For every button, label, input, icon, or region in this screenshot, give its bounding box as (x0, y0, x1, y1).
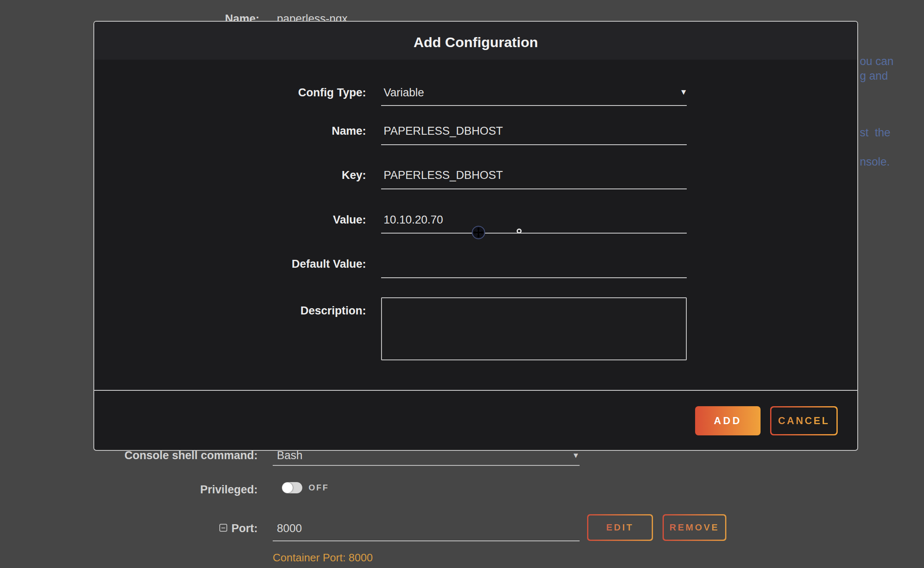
config-type-label: Config Type: (94, 86, 366, 99)
cancel-button[interactable]: CANCEL (770, 406, 838, 435)
dialog-title: Add Configuration (414, 31, 538, 50)
footer-separator (94, 390, 857, 391)
default-value-underline (381, 277, 687, 278)
move-cursor-icon (472, 226, 485, 239)
privileged-toggle[interactable] (282, 482, 302, 493)
add-button-label: ADD (714, 415, 742, 427)
privileged-label: Privileged: (125, 483, 258, 496)
console-shell-value[interactable]: Bash (277, 449, 303, 462)
console-shell-underline (273, 465, 580, 466)
description-textarea[interactable] (381, 297, 687, 360)
port-underline (273, 540, 580, 541)
config-type-dropdown-arrow[interactable]: ▼ (680, 88, 688, 97)
config-type-underline (381, 105, 687, 106)
config-type-select[interactable]: Variable (384, 86, 424, 99)
edit-button-label: EDIT (606, 522, 634, 533)
port-label: Port: (167, 522, 258, 535)
value-input[interactable]: 10.10.20.70 (384, 214, 443, 226)
container-port-text: Container Port: 8000 (273, 551, 373, 564)
bg-clipped-text-line: nsole. (860, 156, 890, 168)
console-shell-dropdown-arrow[interactable]: ▼ (572, 451, 580, 460)
cancel-button-label: CANCEL (778, 415, 830, 427)
key-input[interactable]: PAPERLESS_DBHOST (384, 169, 503, 182)
description-label: Description: (94, 304, 366, 317)
name-input[interactable]: PAPERLESS_DBHOST (384, 125, 503, 138)
name-label: Name: (94, 125, 366, 138)
console-shell-label: Console shell command: (100, 449, 258, 462)
privileged-state: OFF (309, 483, 329, 493)
edit-button[interactable]: EDIT (587, 514, 653, 541)
remove-button-label: REMOVE (670, 522, 719, 533)
bg-clipped-text-line: st the (860, 126, 891, 139)
toggle-knob (282, 483, 293, 493)
key-underline (381, 188, 687, 189)
drag-point-indicator (517, 229, 522, 234)
value-underline (381, 233, 687, 234)
bg-clipped-text-line: g and (860, 70, 888, 83)
add-button[interactable]: ADD (695, 406, 761, 435)
value-label: Value: (94, 214, 366, 226)
default-value-label: Default Value: (94, 258, 366, 271)
port-value[interactable]: 8000 (277, 522, 302, 535)
key-label: Key: (94, 169, 366, 182)
name-underline (381, 144, 687, 145)
bg-clipped-text-line: ou can (860, 55, 894, 68)
remove-button[interactable]: REMOVE (663, 514, 726, 541)
dialog-header: Add Configuration (94, 22, 857, 60)
